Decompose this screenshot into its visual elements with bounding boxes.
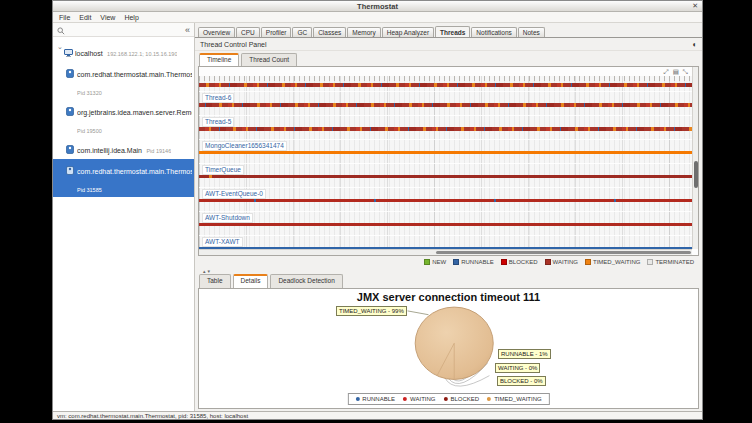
horizontal-scrollbar[interactable] <box>199 249 692 255</box>
search-icon <box>57 21 65 39</box>
search-input[interactable] <box>65 25 185 35</box>
tree-item-vm[interactable]: org.jetbrains.idea.maven.server.RemoteMa… <box>53 100 194 138</box>
thread-state-bar <box>199 103 692 107</box>
sidebar: « ⌄ localhost 192.168.122.1; 10.15.16.19… <box>53 23 195 411</box>
vm-pid: Pid 31320 <box>77 90 102 96</box>
pie-legend: RUNNABLE WAITING BLOCKED TIMED_WAITING <box>347 393 549 405</box>
tab-heap-analyzer[interactable]: Heap Analyzer <box>382 27 434 37</box>
subtab-thread-count[interactable]: Thread Count <box>241 53 297 66</box>
zoom-in-icon[interactable]: ⤢ <box>663 68 668 76</box>
splitter-down-icon[interactable]: ▾ <box>208 269 211 274</box>
status-text: vm: com.redhat.thermostat.main.Thermosta… <box>57 413 248 419</box>
host-address: 192.168.122.1; 10.15.16.190 <box>107 51 177 57</box>
vm-name: org.jetbrains.idea.maven.server.RemoteMa… <box>77 109 192 116</box>
thread-state-legend: NEW RUNNABLE BLOCKED WAITING TIMED_WAITI… <box>195 256 702 268</box>
thread-state-bar <box>199 223 692 226</box>
vm-icon <box>66 64 77 82</box>
thread-state-bar <box>199 83 692 87</box>
subtab-deadlock-detection[interactable]: Deadlock Detection <box>270 274 342 288</box>
zoom-out-icon[interactable]: ⤡ <box>683 68 688 76</box>
host-name: localhost <box>75 50 103 57</box>
thread-row: Thread-6 <box>199 92 692 116</box>
legend-dot <box>444 397 448 401</box>
details-subtabs: Table Details Deadlock Detection <box>195 274 702 288</box>
letterbox-background: Thermostat ✕ File Edit View Help « ⌄ <box>0 0 752 423</box>
legend-dot <box>487 397 491 401</box>
horizontal-scrollbar-thumb[interactable] <box>436 251 691 254</box>
tab-gc[interactable]: GC <box>292 27 312 37</box>
vm-tab-bar: Overview CPU Profiler GC Classes Memory … <box>195 23 702 38</box>
legend-item: RUNNABLE <box>453 259 494 265</box>
legend-item: BLOCKED <box>501 259 538 265</box>
callout-runnable: RUNNABLE - 1% <box>498 349 551 359</box>
tab-notifications[interactable]: Notifications <box>471 27 516 37</box>
window-title: Thermostat <box>357 2 398 11</box>
host-vm-tree: ⌄ localhost 192.168.122.1; 10.15.16.190 … <box>53 37 194 411</box>
menu-edit[interactable]: Edit <box>79 14 91 21</box>
subtab-table[interactable]: Table <box>199 274 231 288</box>
thread-name-label[interactable]: AWT-XAWT <box>202 237 243 247</box>
tab-memory[interactable]: Memory <box>347 27 380 37</box>
thread-name-label[interactable]: Thread-6 <box>202 93 234 103</box>
vm-pid: Pid 31585 <box>77 187 102 193</box>
callout-waiting: WAITING - 0% <box>495 363 540 373</box>
tab-classes[interactable]: Classes <box>313 27 346 37</box>
pie-chart <box>199 289 698 408</box>
vm-icon <box>66 102 77 120</box>
sidebar-collapse-icon[interactable]: « <box>185 26 190 34</box>
menu-help[interactable]: Help <box>124 14 138 21</box>
thread-name-label[interactable]: AWT-Shutdown <box>202 213 253 223</box>
splitter-up-icon[interactable]: ▴ <box>203 269 206 274</box>
thread-row: TimerQueue <box>199 164 692 188</box>
title-bar: Thermostat ✕ <box>53 1 702 12</box>
tab-notes[interactable]: Notes <box>518 27 545 37</box>
thread-name-label[interactable]: AWT-EventQueue-0 <box>202 189 266 199</box>
thread-row: Thread-5 <box>199 116 692 140</box>
thread-row: AWT-Shutdown <box>199 212 692 236</box>
contrast-toggle-icon[interactable]: ◐ <box>692 40 697 49</box>
close-icon[interactable]: ✕ <box>692 2 698 10</box>
sidebar-search-row: « <box>53 23 194 37</box>
legend-swatch <box>585 259 591 265</box>
thread-name-label[interactable]: MongoCleaner1656341474 <box>202 141 287 151</box>
thread-name-label[interactable]: TimerQueue <box>202 165 244 175</box>
list-icon[interactable]: ▤ <box>673 68 679 76</box>
tab-overview[interactable]: Overview <box>198 27 235 37</box>
pie-legend-item: WAITING <box>403 396 435 402</box>
subtab-details[interactable]: Details <box>233 274 269 288</box>
vm-pid: Pid 19146 <box>146 148 171 154</box>
vertical-scrollbar-thumb[interactable] <box>694 161 698 188</box>
legend-swatch <box>424 259 430 265</box>
pie-legend-item: BLOCKED <box>444 396 480 402</box>
pie-legend-item: RUNNABLE <box>355 396 395 402</box>
tree-item-vm[interactable]: com.redhat.thermostat.main.Thermostat Pi… <box>53 62 194 100</box>
vertical-scrollbar[interactable] <box>692 67 698 249</box>
legend-item: TERMINATED <box>647 259 694 265</box>
legend-item: WAITING <box>545 259 578 265</box>
main-panel: Overview CPU Profiler GC Classes Memory … <box>195 23 702 411</box>
vm-name: com.intellij.idea.Main <box>77 147 142 154</box>
thread-name-label[interactable]: Thread-5 <box>202 117 234 127</box>
tab-threads[interactable]: Threads <box>435 26 470 37</box>
tab-cpu[interactable]: CPU <box>236 27 260 37</box>
vm-pid: Pid 19500 <box>77 128 102 134</box>
tree-item-vm[interactable]: com.intellij.idea.Main Pid 19146 <box>53 138 194 159</box>
thread-state-bar <box>199 151 692 154</box>
vm-name: com.redhat.thermostat.main.Thermostat <box>77 168 192 175</box>
tree-expand-icon[interactable]: ⌄ <box>57 42 64 51</box>
vm-icon <box>66 161 77 179</box>
thread-row: AWT-EventQueue-0 <box>199 188 692 212</box>
thermostat-window: Thermostat ✕ File Edit View Help « ⌄ <box>52 0 703 420</box>
subtab-timeline[interactable]: Timeline <box>199 53 239 66</box>
tree-item-vm-selected[interactable]: com.redhat.thermostat.main.Thermostat Pi… <box>53 159 194 197</box>
time-ruler <box>199 76 692 81</box>
menu-file[interactable]: File <box>59 14 70 21</box>
menu-view[interactable]: View <box>100 14 115 21</box>
tree-item-localhost[interactable]: ⌄ localhost 192.168.122.1; 10.15.16.190 <box>53 41 194 62</box>
host-monitor-icon <box>64 43 75 61</box>
legend-dot <box>403 397 407 401</box>
timeline-toolbar: ⤢ ▤ ⤡ <box>199 67 698 76</box>
vm-icon <box>66 140 77 158</box>
tab-profiler[interactable]: Profiler <box>261 27 292 37</box>
timeline-rows: Thread-6 Thread-5 MongoCleaner1656341474… <box>199 76 692 249</box>
